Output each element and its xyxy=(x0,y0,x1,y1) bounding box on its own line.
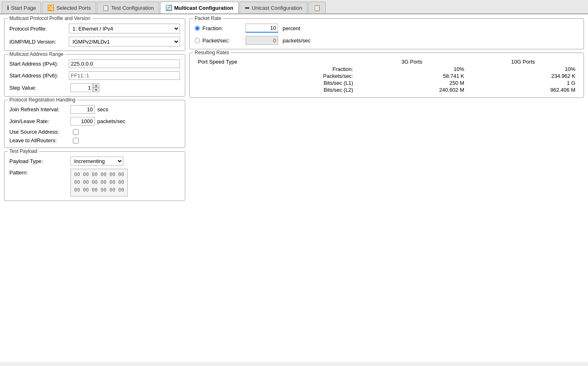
payload-type-label: Payload Type: xyxy=(9,158,70,164)
tab-selected-ports[interactable]: 🔀 Selected Ports xyxy=(42,2,96,13)
join-refresh-row: Join Refresh Interval: secs xyxy=(9,105,180,114)
join-refresh-input[interactable] xyxy=(70,105,95,114)
bits-l1-row-label: Bits/sec (L1) xyxy=(195,79,356,86)
tab-multicast-configuration[interactable]: 🔄 Multicast Configuration xyxy=(160,2,239,13)
multicast-icon: 🔄 xyxy=(165,4,172,11)
join-refresh-unit: secs xyxy=(97,106,108,112)
rates-row-bits-l2: Bits/sec (L2) 240.602 M 962.406 M xyxy=(195,86,579,93)
pattern-display: 00 00 00 00 00 00 00 00 00 00 00 00 00 0… xyxy=(70,169,128,196)
bits-l1-3g: 250 M xyxy=(356,79,467,86)
rates-row-fraction: Fraction: 10% 10% xyxy=(195,66,579,73)
tab-test-configuration[interactable]: 📋 Test Configuration xyxy=(97,2,159,13)
pattern-line-3: 00 00 00 00 00 00 xyxy=(74,186,124,194)
bits-l2-10g: 962.406 M xyxy=(467,86,579,93)
start-ipv4-label: Start Address (IPv4): xyxy=(9,61,69,67)
extra-icon: 📋 xyxy=(314,4,320,11)
step-value-input[interactable] xyxy=(70,83,93,92)
fraction-row: Fraction: percent xyxy=(195,24,579,33)
packet-sec-input[interactable] xyxy=(246,36,278,45)
bits-l2-3g: 240.602 M xyxy=(356,86,467,93)
start-ipv6-row: Start Address (IPv6): xyxy=(9,71,180,80)
start-ipv6-input[interactable] xyxy=(69,71,180,80)
payload-type-row: Payload Type: Incrementing Decrementing … xyxy=(9,157,180,165)
test-payload-title: Test Payload xyxy=(8,148,39,154)
tab-start-page[interactable]: ℹ Start Page xyxy=(2,2,41,13)
leave-all-label: Leave to AllRouters: xyxy=(9,137,70,143)
fraction-unit: percent xyxy=(283,25,300,31)
bits-l2-row-label: Bits/sec (L2) xyxy=(195,86,356,93)
test-config-icon: 📋 xyxy=(102,4,109,11)
join-refresh-label: Join Refresh Interval: xyxy=(9,106,70,112)
spinner-buttons: ▲ ▼ xyxy=(93,83,99,92)
join-leave-input[interactable] xyxy=(70,117,95,126)
info-icon: ℹ xyxy=(7,4,9,11)
col-header-3g: 3G Ports xyxy=(356,58,467,66)
right-column: Packet Rate Fraction: percent Packet/sec… xyxy=(189,18,584,358)
fraction-label: Fraction: xyxy=(202,25,243,31)
use-source-label: Use Source Address: xyxy=(9,129,70,135)
use-source-row: Use Source Address: xyxy=(9,129,180,135)
test-payload-group: Test Payload Payload Type: Incrementing … xyxy=(4,151,185,201)
step-value-row: Step Value: ▲ ▼ xyxy=(9,83,180,92)
packet-sec-row: Packet/sec: packets/sec xyxy=(195,36,579,45)
resulting-rates-title: Resulting Rates xyxy=(193,50,231,55)
bits-l1-10g: 1 G xyxy=(467,79,579,86)
pattern-row: Pattern: 00 00 00 00 00 00 00 00 00 00 0… xyxy=(9,169,180,196)
packet-sec-radio[interactable] xyxy=(195,38,200,43)
main-content: Multicast Protocol Profile and Version P… xyxy=(0,14,588,362)
fraction-row-label: Fraction: xyxy=(195,66,356,73)
left-column: Multicast Protocol Profile and Version P… xyxy=(4,18,185,358)
rates-row-bits-l1: Bits/sec (L1) 250 M 1 G xyxy=(195,79,579,86)
multicast-address-title: Multicast Address Range xyxy=(8,51,65,57)
join-leave-row: Join/Leave Rate: packets/sec xyxy=(9,117,180,126)
pattern-line-1: 00 00 00 00 00 00 xyxy=(74,171,124,179)
leave-all-row: Leave to AllRouters: xyxy=(9,137,180,143)
fraction-radio[interactable] xyxy=(195,26,200,31)
leave-all-checkbox[interactable] xyxy=(73,138,79,143)
rates-table: Port Speed Type 3G Ports 10G Ports Fract… xyxy=(195,58,579,93)
protocol-profile-row: Protocol Profile: 1: Ethemet / IPv4 2: E… xyxy=(9,24,180,33)
protocol-profile-select[interactable]: 1: Ethemet / IPv4 2: Ethernet / IPv6 xyxy=(69,24,180,33)
tab-extra[interactable]: 📋 xyxy=(308,2,326,13)
multicast-address-group: Multicast Address Range Start Address (I… xyxy=(4,54,185,97)
packets-3g: 58.741 K xyxy=(356,73,467,79)
start-ipv4-input[interactable] xyxy=(69,60,180,68)
packet-sec-label: Packet/sec: xyxy=(202,37,243,44)
igmp-mld-select[interactable]: IGMPv2/MLDv1 IGMPv3/MLDv2 xyxy=(69,37,180,46)
igmp-mld-label: IGMP/MLD Version: xyxy=(9,39,69,45)
start-ipv6-label: Start Address (IPv6): xyxy=(9,73,69,79)
join-leave-label: Join/Leave Rate: xyxy=(9,118,70,124)
packet-rate-title: Packet Rate xyxy=(193,15,223,21)
spinner-up-button[interactable]: ▲ xyxy=(93,83,99,88)
fraction-3g: 10% xyxy=(356,66,467,73)
fraction-input[interactable] xyxy=(246,24,278,33)
resulting-rates-group: Resulting Rates Port Speed Type 3G Ports… xyxy=(189,53,584,98)
igmp-mld-row: IGMP/MLD Version: IGMPv2/MLDv1 IGMPv3/ML… xyxy=(9,37,180,46)
tab-unicast-configuration[interactable]: ➡ Unicast Configuration xyxy=(239,2,307,13)
rates-header-row: Port Speed Type 3G Ports 10G Ports xyxy=(195,58,579,66)
multicast-protocol-title: Multicast Protocol Profile and Version xyxy=(8,15,92,21)
use-source-checkbox[interactable] xyxy=(73,129,79,135)
packets-10g: 234.962 K xyxy=(467,73,579,79)
pattern-line-2: 00 00 00 00 00 00 xyxy=(74,179,124,186)
spinner-down-button[interactable]: ▼ xyxy=(93,88,99,92)
join-leave-unit: packets/sec xyxy=(97,118,125,124)
protocol-registration-title: Protocol Registration Handling xyxy=(8,97,77,103)
step-value-spinner: ▲ ▼ xyxy=(70,83,99,92)
multicast-protocol-group: Multicast Protocol Profile and Version P… xyxy=(4,18,185,51)
packets-row-label: Packets/sec: xyxy=(195,73,356,79)
packet-sec-unit: packets/sec xyxy=(283,37,311,44)
unicast-icon: ➡ xyxy=(245,4,250,11)
ports-icon: 🔀 xyxy=(47,4,54,11)
rates-row-packets: Packets/sec: 58.741 K 234.962 K xyxy=(195,73,579,79)
start-ipv4-row: Start Address (IPv4): xyxy=(9,60,180,68)
pattern-label: Pattern: xyxy=(9,169,70,176)
fraction-10g: 10% xyxy=(467,66,579,73)
packet-rate-group: Packet Rate Fraction: percent Packet/sec… xyxy=(189,18,584,49)
payload-type-select[interactable]: Incrementing Decrementing Random Fixed xyxy=(70,157,123,165)
protocol-registration-group: Protocol Registration Handling Join Refr… xyxy=(4,100,185,148)
col-header-speed: Port Speed Type xyxy=(195,58,356,66)
step-value-label: Step Value: xyxy=(9,85,70,91)
protocol-profile-label: Protocol Profile: xyxy=(9,26,69,32)
tab-bar: ℹ Start Page 🔀 Selected Ports 📋 Test Con… xyxy=(0,0,588,14)
